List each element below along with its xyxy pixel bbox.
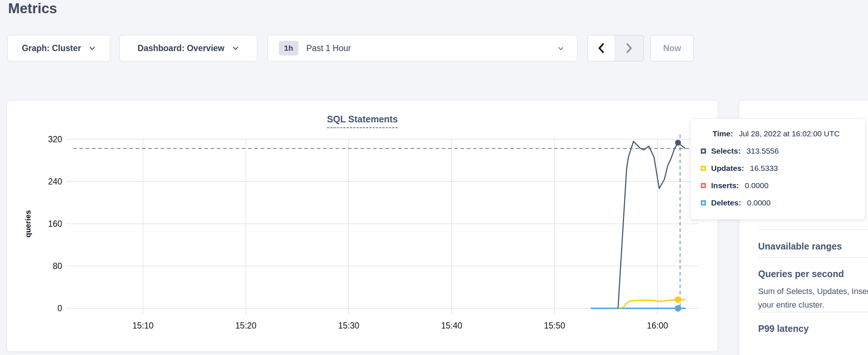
tooltip-series-label: Inserts:: [711, 181, 739, 190]
page-title: Metrics: [8, 1, 57, 17]
tooltip-series-value: 313.5556: [747, 147, 779, 155]
divider: [758, 229, 868, 230]
x-tick-label: 16:00: [647, 321, 668, 330]
tooltip-series-row: Updates:16.5333: [701, 163, 856, 174]
chevron-down-icon: [89, 44, 96, 52]
sidebar-section-heading: P99 latency: [758, 323, 868, 335]
chevron-right-icon: [625, 43, 633, 54]
dashboard-dropdown[interactable]: Dashboard: Overview: [119, 35, 257, 61]
tooltip-time-label: Time:: [713, 129, 733, 138]
chevron-left-icon: [597, 43, 605, 54]
tooltip-series-row: Inserts:0.0000: [701, 180, 856, 191]
series-swatch-icon: [701, 166, 706, 171]
hover-dot-selects: [675, 140, 681, 146]
series-line-updates: [618, 300, 685, 308]
now-button[interactable]: Now: [650, 35, 694, 61]
time-prev-button[interactable]: [588, 35, 615, 61]
tooltip-series-row: Deletes:0.0000: [701, 197, 856, 208]
sidebar-section-heading: Queries per second: [758, 268, 868, 280]
time-range-dropdown[interactable]: 1h Past 1 Hour: [268, 35, 577, 61]
sidebar-section: Unavailable ranges: [758, 229, 868, 252]
x-tick-label: 15:20: [235, 321, 257, 330]
tooltip-time-value: Jul 28, 2022 at 16:02:00 UTC: [739, 129, 840, 138]
chevron-down-icon: [232, 44, 239, 52]
y-axis-label: queries: [24, 210, 32, 238]
sidebar-section-heading: Unavailable ranges: [758, 240, 868, 252]
metrics-toolbar: Graph: Cluster Dashboard: Overview 1h Pa…: [0, 35, 868, 61]
time-range-badge: 1h: [279, 41, 298, 55]
now-button-label: Now: [663, 43, 681, 53]
sidebar-section-description: Sum of Selects, Updates, Inser: [758, 284, 868, 298]
x-tick-label: 15:40: [441, 321, 462, 330]
sql-statements-chart[interactable]: 08016024032015:1015:2015:3015:4015:5016:…: [7, 101, 718, 351]
y-tick-label: 80: [53, 261, 62, 271]
y-tick-label: 320: [48, 135, 62, 144]
hover-dot-updates: [675, 296, 681, 303]
time-next-button[interactable]: [614, 35, 644, 61]
y-tick-label: 240: [48, 177, 62, 186]
sidebar-section: Queries per secondSum of Selects, Update…: [758, 257, 868, 312]
divider: [758, 312, 868, 312]
tooltip-series-value: 16.5333: [750, 164, 778, 173]
tooltip-series-value: 0.0000: [745, 181, 768, 190]
graph-source-dropdown[interactable]: Graph: Cluster: [7, 35, 110, 61]
tooltip-series-value: 0.0000: [747, 198, 771, 207]
series-swatch-icon: [701, 183, 706, 188]
chevron-down-icon: [557, 45, 564, 52]
tooltip-series-label: Deletes:: [711, 198, 741, 207]
x-tick-label: 15:50: [544, 321, 565, 330]
x-tick-label: 15:30: [338, 321, 359, 330]
tooltip-series-row: Selects:313.5556: [701, 146, 856, 157]
series-swatch-icon: [701, 148, 706, 154]
sidebar-section-description: your entire cluster.: [758, 298, 868, 312]
series-swatch-icon: [701, 200, 706, 205]
chart-hover-tooltip: Time: Jul 28, 2022 at 16:02:00 UTC Selec…: [690, 118, 865, 220]
series-line-selects: [618, 141, 685, 308]
hover-dot-deletes: [675, 305, 681, 312]
y-tick-label: 160: [48, 219, 62, 229]
y-tick-label: 0: [57, 304, 62, 313]
sidebar-section: P99 latency: [758, 312, 868, 335]
dashboard-label: Dashboard: Overview: [137, 43, 224, 53]
tooltip-series-label: Updates:: [711, 164, 744, 173]
x-tick-label: 15:10: [132, 321, 154, 330]
graph-source-label: Graph: Cluster: [22, 43, 81, 53]
sql-statements-chart-card: SQL Statements 08016024032015:1015:2015:…: [7, 100, 718, 352]
divider: [758, 257, 868, 258]
time-range-label: Past 1 Hour: [306, 43, 351, 53]
tooltip-series-label: Selects:: [711, 147, 741, 155]
